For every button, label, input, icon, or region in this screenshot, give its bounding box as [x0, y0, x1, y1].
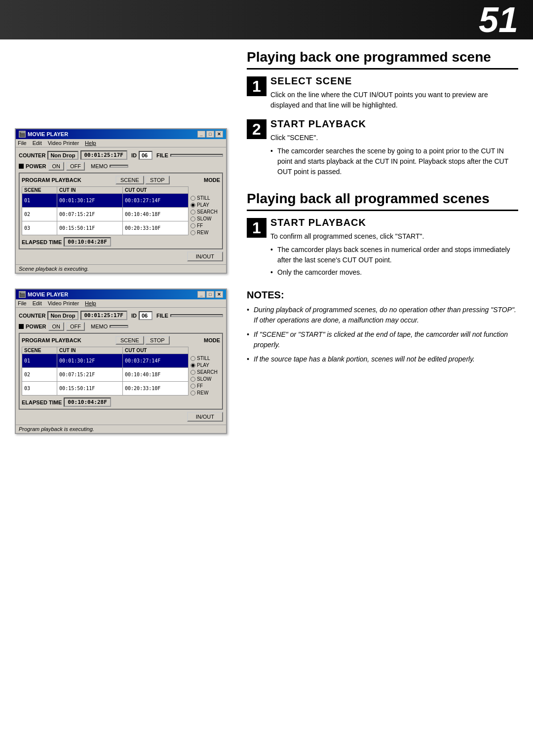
menu-edit-1[interactable]: Edit [33, 140, 42, 146]
file-label-1: FILE [156, 152, 168, 158]
close-btn-1[interactable]: ✕ [215, 131, 223, 138]
menu-videoprinter-2[interactable]: Video Printer [48, 300, 79, 306]
table-row[interactable]: 0300:15:50:11F00:20:33:10F [22, 382, 189, 396]
radio-circle [190, 391, 195, 396]
mode-label-2: MODE [204, 337, 220, 343]
stop-button-2[interactable]: STOP [145, 336, 170, 345]
note-item: If "SCENE" or "START" is clicked at the … [247, 329, 518, 350]
step3-text: To confirm all programmed scenes, click … [270, 231, 518, 242]
radio-circle [190, 384, 195, 389]
bullet-item: The camcorder plays back scenes in numer… [270, 245, 518, 265]
titlebar-1: 🎬 MOVIE PLAYER _ □ ✕ [16, 129, 226, 139]
id-label-1: ID [131, 152, 137, 158]
playback-title-1: PROGRAM PLAYBACK [22, 177, 81, 183]
menu-file-2[interactable]: File [18, 300, 27, 306]
minimize-btn-1[interactable]: _ [197, 131, 205, 138]
step3-container: 1 START PLAYBACK To confirm all programm… [247, 217, 518, 280]
col-scene-header-2: SCENE [22, 347, 57, 354]
mode-item: PLAY [190, 202, 220, 208]
menu-help-2[interactable]: Help [85, 300, 96, 306]
step2-heading: START PLAYBACK [270, 118, 518, 130]
left-column: 🎬 MOVIE PLAYER _ □ ✕ File Edit Video Pri… [15, 49, 232, 434]
right-column: Playing back one programmed scene 1 SELE… [242, 49, 518, 434]
minimize-btn-2[interactable]: _ [197, 291, 205, 298]
mode-item: STILL [190, 195, 220, 201]
app-icon-2: 🎬 [19, 291, 26, 298]
data-table-1: SCENE CUT IN CUT OUT 0100:01:30:12F00:03… [22, 186, 189, 235]
playback-area-1: PROGRAM PLAYBACK SCENE STOP MODE SCENE [19, 173, 223, 250]
mode-item: FF [190, 383, 220, 389]
step3-bullets: The camcorder plays back scenes in numer… [270, 245, 518, 278]
bullet-item: The camcorder searches the scene by goin… [270, 146, 518, 177]
power-label-1: POWER [26, 163, 46, 169]
titlebar-2: 🎬 MOVIE PLAYER _ □ ✕ [16, 289, 226, 299]
inout-button-1[interactable]: IN/OUT [187, 252, 223, 261]
radio-circle [190, 363, 195, 368]
scene-button-2[interactable]: SCENE [115, 336, 144, 345]
radio-circle [190, 230, 195, 235]
mode-item: STILL [190, 356, 220, 361]
playback-title-2: PROGRAM PLAYBACK [22, 337, 81, 343]
playback-buttons-1: SCENE STOP [115, 176, 170, 184]
col-scene-header-1: SCENE [22, 187, 57, 194]
table-row[interactable]: 0200:07:15:21F00:10:40:18F [22, 208, 189, 221]
mode-text: REW [197, 390, 208, 396]
file-label-2: FILE [156, 313, 168, 319]
off-button-2[interactable]: OFF [66, 322, 85, 331]
on-button-2[interactable]: ON [48, 322, 65, 331]
col-cutout-header-1: CUT OUT [123, 187, 189, 194]
mode-col-2: STILLPLAYSEARCHSLOWFFREW [190, 347, 220, 396]
table-area-1: SCENE CUT IN CUT OUT 0100:01:30:12F00:03… [22, 186, 220, 235]
step1-number: 1 [247, 76, 266, 96]
table-row[interactable]: 0300:15:50:11F00:20:33:10F [22, 221, 189, 235]
mode-item: REW [190, 390, 220, 396]
playback-area-2: PROGRAM PLAYBACK SCENE STOP MODE SCENE [19, 333, 223, 410]
section1-title: Playing back one programmed scene [247, 49, 518, 70]
inout-button-2[interactable]: IN/OUT [187, 412, 223, 422]
counter-mode-1: Non Drop [47, 151, 78, 160]
mode-text: FF [197, 223, 203, 228]
scene-button-1[interactable]: SCENE [115, 176, 144, 184]
playback-header-1: PROGRAM PLAYBACK SCENE STOP MODE [22, 176, 220, 184]
mode-col-1: STILLPLAYSEARCHSLOWFFREW [190, 186, 220, 235]
inout-row-2: IN/OUT [19, 412, 223, 422]
off-button-1[interactable]: OFF [66, 162, 85, 171]
radio-circle [190, 216, 195, 221]
menubar-1: File Edit Video Printer Help [16, 139, 226, 147]
table-row[interactable]: 0200:07:15:21F00:10:40:18F [22, 368, 189, 382]
table-row[interactable]: 0100:01:30:12F00:03:27:14F [22, 354, 189, 368]
menu-help-1[interactable]: Help [85, 140, 96, 146]
mode-item: FF [190, 223, 220, 228]
menu-edit-2[interactable]: Edit [33, 300, 42, 306]
menu-videoprinter-1[interactable]: Video Printer [48, 140, 79, 146]
menu-file-1[interactable]: File [18, 140, 27, 146]
step1-text: Click on the line where the CUT IN/OUT p… [270, 90, 518, 110]
status-text-2: Program playback is executing. [19, 426, 94, 432]
playback-header-2: PROGRAM PLAYBACK SCENE STOP MODE [22, 336, 220, 345]
table-area-2: SCENE CUT IN CUT OUT 0100:01:30:12F00:03… [22, 347, 220, 396]
on-button-1[interactable]: ON [48, 162, 65, 171]
mode-text: STILL [197, 195, 210, 201]
title-left-1: 🎬 MOVIE PLAYER [19, 131, 68, 138]
step2-number: 2 [247, 119, 266, 139]
win-controls-1[interactable]: _ □ ✕ [197, 131, 223, 138]
id-value-1: 06 [139, 151, 152, 160]
window-title-1: MOVIE PLAYER [28, 131, 68, 137]
mode-item: SEARCH [190, 369, 220, 375]
maximize-btn-1[interactable]: □ [206, 131, 214, 138]
notes-title: NOTES: [247, 289, 518, 301]
power-row-2: POWER ON OFF MEMO [19, 322, 223, 331]
radio-circle [190, 223, 195, 228]
maximize-btn-2[interactable]: □ [206, 291, 214, 298]
table-row[interactable]: 0100:01:30:12F00:03:27:14F [22, 194, 189, 208]
elapsed-row-1: ELAPSED TIME 00:10:04:28F [22, 237, 220, 247]
close-btn-2[interactable]: ✕ [215, 291, 223, 298]
radio-circle [190, 370, 195, 375]
mode-item: PLAY [190, 362, 220, 368]
stop-button-1[interactable]: STOP [145, 176, 170, 184]
data-table-2: SCENE CUT IN CUT OUT 0100:01:30:12F00:03… [22, 347, 189, 396]
col-cutin-header-2: CUT IN [57, 347, 123, 354]
step3-content: START PLAYBACK To confirm all programmed… [270, 217, 518, 280]
win-controls-2[interactable]: _ □ ✕ [197, 291, 223, 298]
section2-title: Playing back all programmed scenes [247, 191, 518, 211]
